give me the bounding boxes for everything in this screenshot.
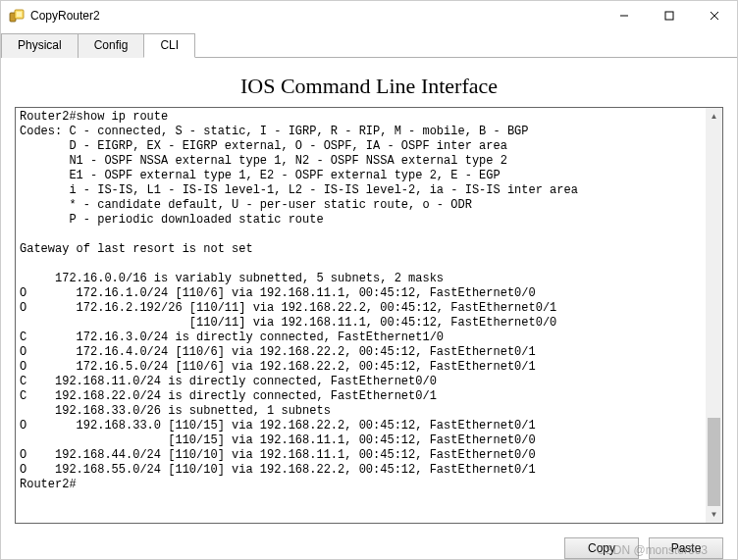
title-bar: CopyRouter2 — [1, 1, 737, 30]
watermark: CSDN @monster663 — [597, 543, 708, 557]
maximize-button[interactable] — [647, 1, 692, 30]
tab-bar: Physical Config CLI — [1, 32, 737, 58]
terminal-container: Router2#show ip route Codes: C - connect… — [15, 107, 723, 524]
window-controls — [602, 1, 737, 30]
scroll-up-icon[interactable]: ▲ — [706, 108, 722, 125]
content-area: IOS Command Line Interface Router2#show … — [1, 58, 737, 530]
tab-cli[interactable]: CLI — [143, 33, 195, 58]
cli-terminal[interactable]: Router2#show ip route Codes: C - connect… — [15, 107, 723, 524]
close-button[interactable] — [692, 1, 737, 30]
tab-config[interactable]: Config — [78, 33, 145, 58]
scroll-down-icon[interactable]: ▼ — [706, 506, 722, 523]
svg-rect-4 — [665, 12, 673, 20]
minimize-button[interactable] — [602, 1, 647, 30]
app-icon — [9, 8, 25, 24]
window-title: CopyRouter2 — [30, 9, 602, 23]
scrollbar[interactable]: ▲ ▼ — [706, 108, 722, 523]
scroll-thumb[interactable] — [708, 418, 720, 506]
tab-physical[interactable]: Physical — [1, 33, 79, 58]
scroll-track[interactable] — [706, 125, 722, 506]
page-title: IOS Command Line Interface — [15, 74, 723, 99]
svg-rect-2 — [17, 12, 22, 17]
